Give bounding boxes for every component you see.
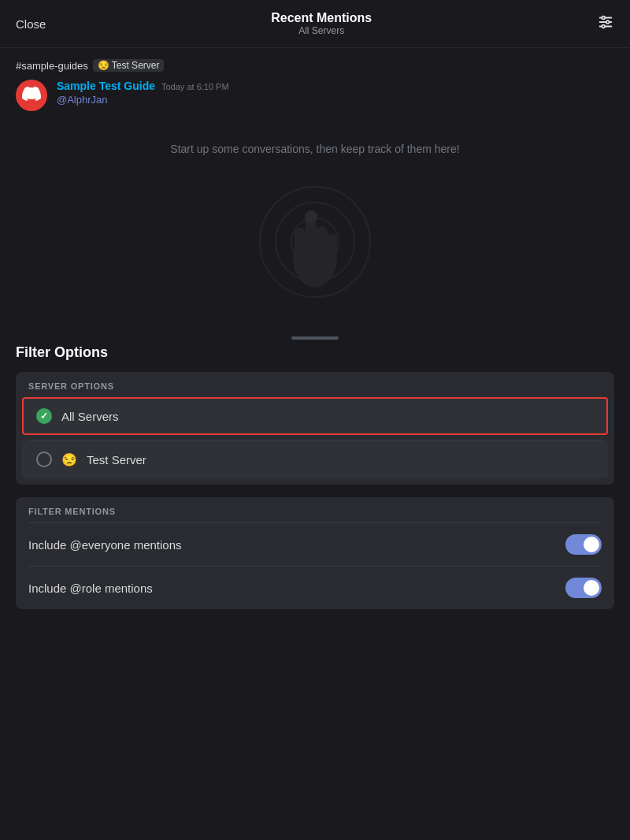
test-server-option[interactable]: 😒 Test Server [22,440,608,478]
channel-name: #sample-guides [16,60,88,72]
filter-mentions-label: FILTER MENTIONS [16,497,614,522]
svg-rect-11 [295,228,306,261]
role-toggle-row: Include @role mentions [16,567,614,609]
message-row: Sample Test Guide Today at 6:10 PM @Alph… [16,80,614,111]
server-options-section: SERVER OPTIONS ✓ All Servers 😒 Test Serv… [16,372,614,485]
empty-state-text: Start up some conversations, then keep t… [170,143,459,155]
message-author-row: Sample Test Guide Today at 6:10 PM [57,80,614,92]
role-toggle[interactable] [565,578,602,598]
header: Close Recent Mentions All Servers [0,0,630,48]
empty-state-illustration [244,171,386,313]
empty-state: Start up some conversations, then keep t… [0,119,630,329]
server-badge: 😒 Test Server [93,59,165,72]
message-content: Sample Test Guide Today at 6:10 PM @Alph… [57,80,614,106]
filter-icon[interactable] [597,13,614,35]
everyone-toggle[interactable] [565,534,602,555]
channel-info: #sample-guides 😒 Test Server [16,59,614,72]
svg-point-3 [602,16,605,19]
filter-mentions-section: FILTER MENTIONS Include @everyone mentio… [16,497,614,609]
header-subtitle: All Servers [271,25,372,36]
everyone-toggle-row: Include @everyone mentions [16,523,614,566]
test-server-emoji: 😒 [61,452,77,467]
svg-point-14 [305,210,317,223]
server-emoji: 😒 [98,60,109,71]
server-name: Test Server [112,60,160,71]
role-toggle-label: Include @role mentions [28,582,153,595]
check-icon: ✓ [40,411,48,422]
message-timestamp: Today at 6:10 PM [161,82,229,91]
avatar [16,80,47,111]
drag-bar [291,336,339,340]
header-title: Recent Mentions [271,11,372,25]
svg-rect-13 [328,234,337,262]
test-server-radio [36,452,52,467]
drag-handle[interactable] [0,329,630,344]
message-mention: @AlphrJan [57,94,614,106]
svg-rect-10 [306,217,317,260]
all-servers-radio: ✓ [36,408,52,424]
all-servers-option[interactable]: ✓ All Servers [22,397,608,435]
filter-title: Filter Options [16,344,614,361]
message-author: Sample Test Guide [57,80,155,92]
header-center: Recent Mentions All Servers [271,11,372,36]
test-server-label: Test Server [87,453,146,466]
svg-point-4 [606,20,610,24]
everyone-toggle-label: Include @everyone mentions [28,538,182,552]
filter-panel: Filter Options SERVER OPTIONS ✓ All Serv… [0,344,630,637]
role-toggle-knob [584,580,599,596]
everyone-toggle-knob [584,537,599,552]
avatar-icon [22,84,41,107]
close-button[interactable]: Close [16,17,46,31]
all-servers-label: All Servers [61,410,119,423]
server-options-label: SERVER OPTIONS [16,372,614,397]
message-area: #sample-guides 😒 Test Server Sample Test… [0,48,630,119]
svg-point-5 [602,24,605,28]
svg-rect-12 [317,226,328,261]
